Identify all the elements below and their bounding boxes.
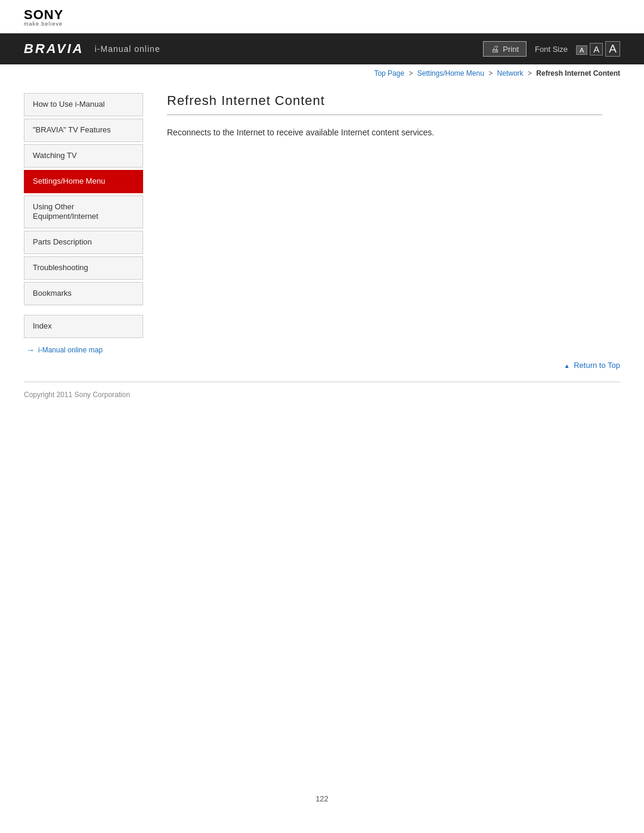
print-label: Print	[503, 45, 519, 54]
font-size-label: Font Size	[535, 45, 568, 54]
sidebar-item-watching-tv[interactable]: Watching TV	[24, 144, 143, 168]
page-title: Refresh Internet Content	[167, 93, 602, 115]
sidebar-item-how-to-use[interactable]: How to Use i-Manual	[24, 93, 143, 116]
sidebar-item-using-other[interactable]: Using Other Equipment/Internet	[24, 196, 143, 229]
main-layout: How to Use i-Manual "BRAVIA" TV Features…	[0, 81, 644, 355]
return-to-top-link[interactable]: Return to Top	[564, 361, 620, 370]
sidebar-item-bravia-features[interactable]: "BRAVIA" TV Features	[24, 119, 143, 142]
print-button[interactable]: Print	[483, 41, 527, 57]
breadcrumb-network[interactable]: Network	[497, 69, 524, 78]
imanual-label: i-Manual online	[95, 44, 160, 54]
content-area: Refresh Internet Content Reconnects to t…	[143, 81, 620, 151]
font-small-button[interactable]: A	[576, 45, 587, 55]
arrow-right-icon: →	[26, 345, 35, 355]
font-large-button[interactable]: A	[605, 41, 620, 57]
font-medium-button[interactable]: A	[590, 43, 603, 55]
printer-icon	[491, 44, 499, 54]
breadcrumb-current: Refresh Internet Content	[536, 69, 620, 78]
nav-bar: BRAVIA i-Manual online Print Font Size A…	[0, 33, 644, 64]
sidebar-item-settings[interactable]: Settings/Home Menu	[24, 170, 143, 193]
sidebar: How to Use i-Manual "BRAVIA" TV Features…	[24, 93, 143, 355]
bravia-section: BRAVIA i-Manual online	[24, 41, 160, 57]
nav-right: Print Font Size A A A	[483, 41, 620, 57]
font-size-controls: A A A	[576, 41, 620, 57]
top-bar: SONY make.believe	[0, 0, 644, 33]
page-description: Reconnects to the Internet to receive av…	[167, 126, 602, 139]
map-link-label: i-Manual online map	[38, 346, 103, 354]
sidebar-item-parts-description[interactable]: Parts Description	[24, 231, 143, 254]
bravia-logo: BRAVIA	[24, 41, 84, 57]
copyright-text: Copyright 2011 Sony Corporation	[24, 391, 130, 399]
sidebar-item-index[interactable]: Index	[24, 315, 143, 338]
page-number: 122	[0, 782, 644, 815]
triangle-up-icon	[564, 361, 572, 370]
breadcrumb-top-page[interactable]: Top Page	[374, 69, 404, 78]
imanual-map-link[interactable]: → i-Manual online map	[24, 345, 143, 355]
return-to-top-section: Return to Top	[0, 355, 644, 382]
footer: Copyright 2011 Sony Corporation	[0, 382, 644, 407]
sidebar-item-troubleshooting[interactable]: Troubleshooting	[24, 256, 143, 280]
sony-logo: SONY make.believe	[24, 8, 620, 27]
return-to-top-label: Return to Top	[574, 361, 620, 370]
sidebar-item-bookmarks[interactable]: Bookmarks	[24, 282, 143, 305]
breadcrumb: Top Page > Settings/Home Menu > Network …	[0, 64, 644, 81]
sony-logo-text: SONY	[24, 8, 620, 21]
sony-tagline: make.believe	[24, 21, 620, 27]
breadcrumb-settings[interactable]: Settings/Home Menu	[417, 69, 484, 78]
